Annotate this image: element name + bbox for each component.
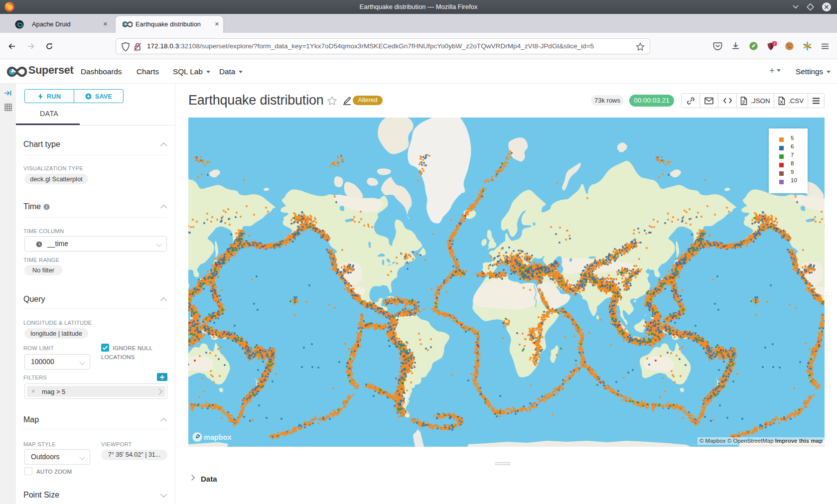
svg-text:2: 2 — [773, 41, 775, 46]
svg-text:mapbox: mapbox — [204, 433, 232, 441]
